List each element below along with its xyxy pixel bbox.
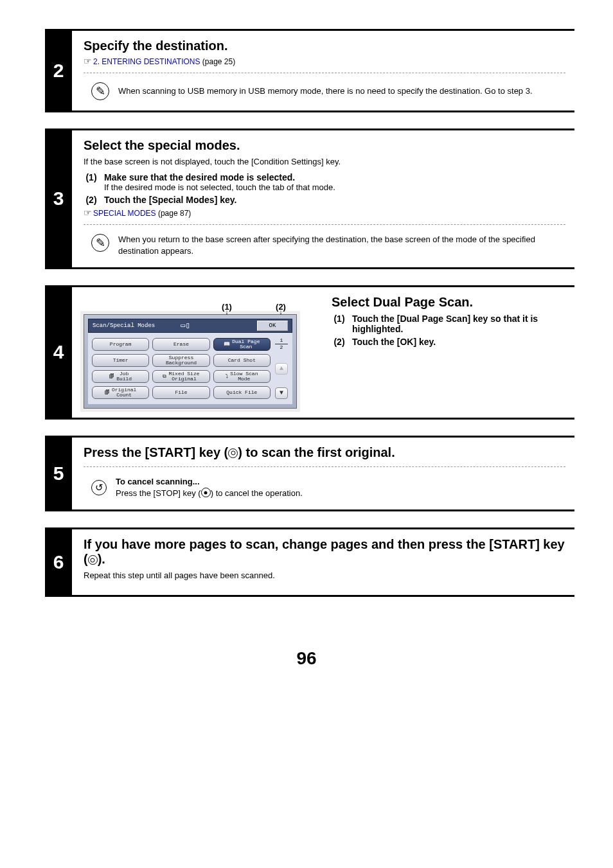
mixed-size-icon: ⧉	[163, 374, 166, 379]
divider	[84, 73, 565, 73]
slow-scan-icon: ⤵	[226, 374, 228, 379]
step3-title: Select the special modes.	[84, 138, 565, 153]
ok-button[interactable]: OK	[257, 321, 288, 331]
slow-scan-mode-button[interactable]: ⤵Slow Scan Mode	[213, 370, 271, 383]
job-build-button[interactable]: 🗐Job Build	[92, 370, 149, 383]
step3-item1-desc: If the desired mode is not selected, tou…	[104, 182, 565, 192]
step6-body: Repeat this step until all pages have be…	[84, 569, 565, 582]
step4-item1: Touch the [Dual Page Scan] key so that i…	[352, 314, 565, 334]
step5-title: Press the [START] key () to scan the fir…	[84, 445, 565, 460]
start-key-icon	[88, 555, 98, 565]
step4-item2: Touch the [OK] key.	[352, 337, 436, 347]
step2-note: When scanning to USB memory in USB memor…	[118, 85, 565, 97]
original-count-icon: 🗐	[105, 390, 110, 395]
special-modes-buttons: Program Erase 📖Dual Page Scan Timer Supp…	[92, 338, 271, 399]
tab-icon: ▭▯	[181, 321, 190, 330]
scroll-down-button[interactable]: ▼	[275, 387, 288, 399]
back-arrow-icon: ↺	[91, 480, 107, 495]
step2-title: Specify the destination.	[84, 39, 565, 53]
step3-item1-label: Make sure that the desired mode is selec…	[104, 172, 295, 182]
scroll-up-button[interactable]: ▲	[275, 363, 288, 375]
file-button[interactable]: File	[152, 386, 209, 399]
step-number-6: 6	[45, 529, 72, 595]
step3-intro: If the base screen is not displayed, tou…	[84, 155, 565, 168]
card-shot-button[interactable]: Card Shot	[213, 354, 271, 367]
page-indicator: 1 2	[275, 338, 288, 350]
step-2: 2 Specify the destination. ☞2. ENTERING …	[45, 29, 574, 112]
step-6: 6 If you have more pages to scan, change…	[45, 527, 574, 597]
step3-link-line: ☞SPECIAL MODES (page 87)	[84, 208, 565, 218]
cancel-heading: To cancel scanning...	[116, 476, 565, 488]
step-number-3: 3	[45, 130, 72, 267]
step3-note: When you return to the base screen after…	[118, 234, 565, 257]
original-count-button[interactable]: 🗐Original Count	[92, 386, 149, 399]
timer-button[interactable]: Timer	[92, 354, 149, 367]
pointing-hand-icon: ☞	[84, 208, 92, 218]
book-icon: 📖	[224, 342, 230, 347]
suppress-background-button[interactable]: Suppress Background	[152, 354, 209, 367]
erase-button[interactable]: Erase	[152, 338, 209, 351]
step-number-2: 2	[45, 31, 72, 111]
divider	[84, 224, 565, 225]
mixed-size-original-button[interactable]: ⧉Mixed Size Original	[152, 370, 209, 383]
callouts: (1) ↓ (2) ↓	[84, 295, 315, 313]
pencil-note-icon: ✎	[91, 82, 109, 100]
cancel-text: Press the [STOP] key () to cancel the op…	[116, 488, 565, 499]
stop-key-icon	[201, 488, 211, 497]
step6-title: If you have more pages to scan, change p…	[84, 537, 565, 567]
step4-title: Select Dual Page Scan.	[332, 295, 565, 310]
step-3: 3 Select the special modes. If the base …	[45, 128, 574, 269]
pointing-hand-icon: ☞	[84, 56, 92, 66]
page-number: 96	[0, 648, 613, 669]
screen-title: Scan/Special Modes	[93, 323, 155, 329]
step-4: 4 (1) ↓ (2) ↓ Scan/Special M	[45, 285, 574, 420]
pencil-note-icon: ✎	[91, 234, 109, 252]
step3-item2-label: Touch the [Special Modes] key.	[104, 195, 236, 205]
job-build-icon: 🗐	[109, 374, 114, 379]
special-modes-link[interactable]: SPECIAL MODES	[93, 209, 156, 218]
step-5: 5 Press the [START] key () to scan the f…	[45, 436, 574, 511]
dual-page-scan-button[interactable]: 📖Dual Page Scan	[213, 338, 271, 351]
quick-file-button[interactable]: Quick File	[213, 386, 271, 399]
step-number-4: 4	[45, 287, 72, 418]
entering-destinations-link[interactable]: 2. ENTERING DESTINATIONS	[93, 57, 200, 66]
program-button[interactable]: Program	[92, 338, 149, 351]
step2-link-line: ☞2. ENTERING DESTINATIONS (page 25)	[84, 56, 565, 66]
divider	[84, 466, 565, 467]
start-key-icon	[228, 448, 238, 458]
touchscreen-figure: Scan/Special Modes ▭▯ OK Program Erase 📖…	[84, 314, 297, 409]
step-number-5: 5	[45, 438, 72, 509]
